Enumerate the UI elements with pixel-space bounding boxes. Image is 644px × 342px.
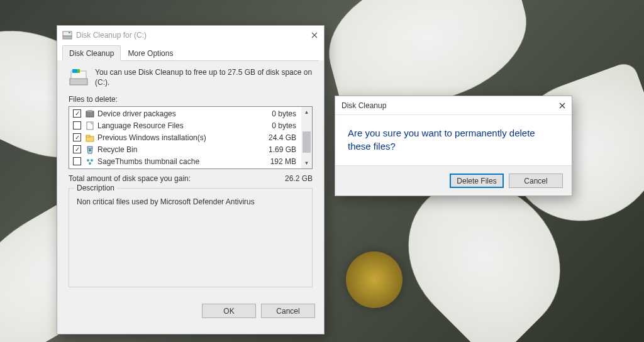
- scroll-up-icon[interactable]: ▲: [301, 107, 312, 118]
- file-label: Previous Windows installation(s): [97, 133, 269, 142]
- file-label: Recycle Bin: [97, 145, 269, 154]
- disk-cleanup-window: Disk Cleanup for (C:) Disk Cleanup More …: [57, 25, 325, 334]
- tab-disk-cleanup[interactable]: Disk Cleanup: [62, 45, 121, 61]
- file-type-icon: [85, 157, 95, 167]
- tab-panel: You can use Disk Cleanup to free up to 2…: [62, 60, 319, 292]
- checkbox[interactable]: [73, 157, 81, 165]
- file-size: 0 bytes: [272, 109, 297, 118]
- confirm-footer: Delete Files Cancel: [335, 165, 572, 196]
- svg-rect-0: [63, 36, 72, 39]
- titlebar[interactable]: Disk Cleanup for (C:): [57, 26, 324, 45]
- svg-point-12: [89, 149, 91, 151]
- file-label: Language Resource Files: [97, 121, 272, 130]
- confirm-message: Are you sure you want to permanently del…: [335, 115, 572, 165]
- file-type-icon: [85, 133, 95, 143]
- svg-point-13: [87, 159, 89, 162]
- svg-rect-5: [72, 69, 77, 73]
- tab-strip: Disk Cleanup More Options: [57, 45, 324, 60]
- checkbox[interactable]: ✓: [73, 109, 81, 118]
- delete-files-button[interactable]: Delete Files: [450, 174, 504, 188]
- description-text: Non critical files used by Microsoft Def…: [75, 195, 306, 209]
- close-icon[interactable]: [310, 31, 319, 40]
- window-title: Disk Cleanup for (C:): [76, 31, 310, 40]
- file-label: SageThumbs thumbnail cache: [97, 157, 270, 166]
- svg-rect-6: [77, 69, 80, 73]
- ok-button[interactable]: OK: [202, 304, 256, 318]
- svg-point-15: [89, 162, 91, 165]
- scroll-thumb[interactable]: [303, 131, 311, 153]
- file-size: 192 MB: [270, 157, 297, 166]
- tab-more-options[interactable]: More Options: [121, 45, 180, 61]
- file-type-icon: [85, 109, 95, 119]
- dialog-footer: OK Cancel: [57, 297, 324, 326]
- drive-icon: [69, 67, 89, 87]
- total-row: Total amount of disk space you gain: 26.…: [69, 174, 313, 183]
- svg-point-14: [91, 159, 93, 162]
- file-list: ✓Device driver packages0 bytesLanguage R…: [69, 106, 313, 169]
- list-item[interactable]: SageThumbs thumbnail cache192 MB: [69, 155, 301, 167]
- close-icon[interactable]: [559, 102, 565, 109]
- confirm-title-text: Disk Cleanup: [341, 101, 559, 110]
- file-size: 0 bytes: [272, 121, 297, 130]
- checkbox[interactable]: ✓: [73, 145, 81, 153]
- confirm-cancel-button[interactable]: Cancel: [509, 174, 563, 188]
- svg-rect-8: [87, 110, 92, 112]
- svg-rect-7: [86, 111, 94, 117]
- list-item[interactable]: ✓Device driver packages0 bytes: [69, 108, 301, 119]
- description-title: Description: [74, 184, 117, 192]
- file-size: 1.69 GB: [269, 145, 297, 154]
- svg-rect-2: [69, 32, 70, 33]
- scroll-track[interactable]: [301, 118, 312, 158]
- file-label: Device driver packages: [97, 109, 272, 118]
- svg-rect-9: [87, 122, 93, 130]
- list-item[interactable]: Language Resource Files0 bytes: [69, 119, 301, 131]
- list-item[interactable]: ✓Recycle Bin1.69 GB: [69, 143, 301, 155]
- total-label: Total amount of disk space you gain:: [69, 174, 285, 183]
- svg-rect-3: [70, 79, 87, 85]
- file-type-icon: [85, 145, 95, 155]
- file-size: 24.4 GB: [269, 133, 297, 142]
- confirm-dialog: Disk Cleanup Are you sure you want to pe…: [335, 96, 572, 196]
- intro-text: You can use Disk Cleanup to free up to 2…: [95, 67, 313, 87]
- cancel-button[interactable]: Cancel: [261, 304, 315, 318]
- list-item[interactable]: ✓Previous Windows installation(s)24.4 GB: [69, 131, 301, 143]
- intro-row: You can use Disk Cleanup to free up to 2…: [69, 67, 313, 87]
- disk-cleanup-icon: [62, 30, 72, 40]
- files-to-delete-label: Files to delete:: [69, 95, 313, 104]
- file-list-inner: ✓Device driver packages0 bytesLanguage R…: [69, 107, 301, 168]
- file-type-icon: [85, 121, 95, 131]
- checkbox[interactable]: ✓: [73, 133, 81, 141]
- scrollbar[interactable]: ▲ ▼: [301, 107, 312, 168]
- bg-flower-center: [346, 251, 402, 308]
- confirm-titlebar[interactable]: Disk Cleanup: [335, 96, 572, 115]
- scroll-down-icon[interactable]: ▼: [301, 158, 312, 168]
- total-value: 26.2 GB: [285, 174, 313, 183]
- checkbox[interactable]: [73, 121, 81, 130]
- description-group: Description Non critical files used by M…: [69, 188, 313, 287]
- svg-rect-11: [86, 135, 90, 137]
